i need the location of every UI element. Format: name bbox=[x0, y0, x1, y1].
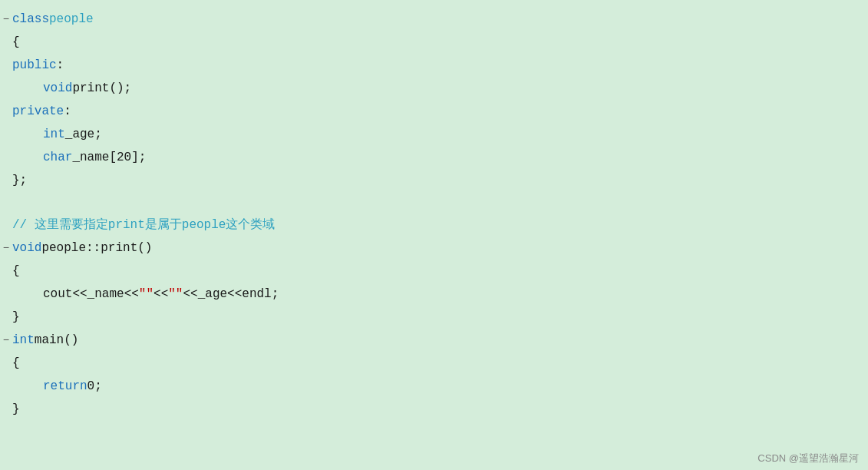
fold-marker[interactable]: − bbox=[0, 8, 12, 30]
code-container: −class people{public:void print();privat… bbox=[0, 0, 868, 470]
code-token: void bbox=[43, 78, 72, 99]
code-token: }; bbox=[12, 170, 27, 191]
code-line: { bbox=[0, 352, 868, 375]
code-line: char _name[20]; bbox=[0, 146, 868, 169]
code-line: return 0; bbox=[0, 375, 868, 398]
code-token: print(); bbox=[72, 78, 131, 99]
code-token: << bbox=[183, 283, 197, 305]
code-token: cout bbox=[43, 283, 72, 305]
code-token: " bbox=[146, 283, 153, 305]
code-token: endl bbox=[242, 283, 271, 305]
code-token: 0; bbox=[87, 376, 102, 397]
code-line: } bbox=[0, 398, 868, 421]
code-line: void print(); bbox=[0, 77, 868, 100]
code-lines: −class people{public:void print();privat… bbox=[0, 8, 868, 421]
code-token: { bbox=[12, 260, 20, 282]
code-token: } bbox=[12, 399, 20, 420]
code-token: char bbox=[43, 147, 72, 168]
code-line: public: bbox=[0, 54, 868, 77]
code-token: _name[20]; bbox=[72, 147, 146, 168]
code-line: cout << _name << " " << " " << _age << e… bbox=[0, 283, 868, 306]
code-line: }; bbox=[0, 169, 868, 192]
code-token: people bbox=[49, 8, 94, 30]
code-token: return bbox=[43, 376, 87, 397]
fold-marker[interactable]: − bbox=[0, 329, 12, 351]
code-token: << bbox=[227, 283, 242, 305]
code-token: void bbox=[12, 237, 41, 259]
code-token: main() bbox=[35, 329, 79, 351]
code-token: { bbox=[12, 31, 20, 53]
watermark: CSDN @遥望浩瀚星河 bbox=[757, 452, 859, 465]
code-token: // 这里需要指定print是属于people这个类域 bbox=[12, 214, 275, 236]
code-line: { bbox=[0, 260, 868, 283]
code-token: _age bbox=[198, 283, 227, 305]
code-line: −int main() bbox=[0, 329, 868, 352]
code-token: _name bbox=[87, 283, 124, 305]
code-token: : bbox=[57, 55, 64, 76]
code-token: private bbox=[12, 101, 64, 122]
code-line bbox=[0, 192, 868, 213]
code-line: // 这里需要指定print是属于people这个类域 bbox=[0, 213, 868, 237]
code-token: _age; bbox=[65, 124, 102, 145]
code-token: { bbox=[12, 352, 20, 374]
code-token: " bbox=[168, 283, 176, 305]
code-token: : bbox=[64, 101, 71, 122]
code-line: { bbox=[0, 31, 868, 54]
code-token: people::print() bbox=[41, 237, 152, 259]
code-token: ; bbox=[272, 283, 279, 305]
code-token: int bbox=[43, 124, 65, 145]
code-token: << bbox=[153, 283, 168, 305]
code-token: " bbox=[176, 283, 183, 305]
code-line: int _age; bbox=[0, 123, 868, 146]
code-token: int bbox=[12, 329, 35, 351]
code-token: << bbox=[124, 283, 139, 305]
code-token: public bbox=[12, 55, 57, 76]
code-token: class bbox=[12, 8, 49, 30]
code-line: } bbox=[0, 306, 868, 329]
code-token: << bbox=[72, 283, 87, 305]
code-line: private: bbox=[0, 100, 868, 123]
code-token: } bbox=[12, 306, 20, 328]
code-line: −class people bbox=[0, 8, 868, 31]
fold-marker[interactable]: − bbox=[0, 237, 12, 259]
code-token: " bbox=[139, 283, 147, 305]
code-line: −void people::print() bbox=[0, 237, 868, 260]
